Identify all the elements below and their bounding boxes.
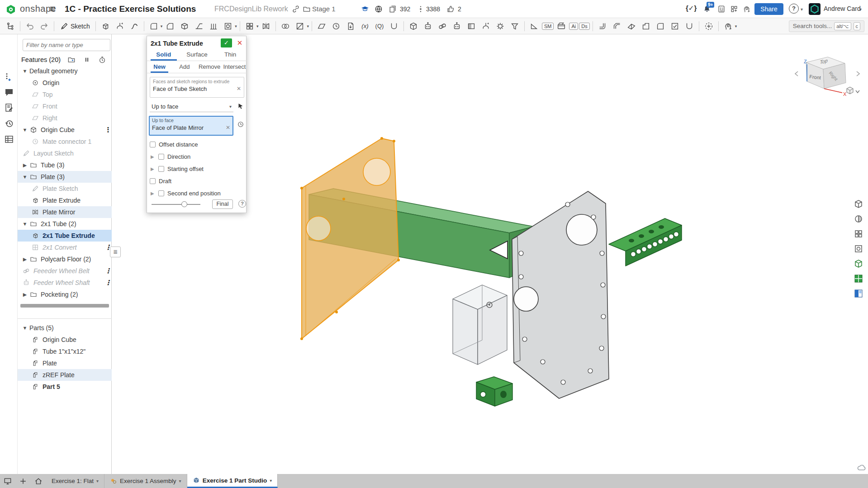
measure-icon[interactable] xyxy=(527,20,541,33)
chevron-down-icon[interactable]: ▼ xyxy=(20,325,29,331)
filter-feature-icon[interactable] xyxy=(508,20,522,33)
split-icon[interactable] xyxy=(293,20,307,33)
op-add[interactable]: Add xyxy=(172,61,197,73)
history-slider-track[interactable] xyxy=(152,204,200,205)
chevron-right-icon[interactable]: ▶ xyxy=(20,162,29,168)
hole-icon[interactable] xyxy=(221,20,235,33)
overflow-menu-icon[interactable]: ⋮ xyxy=(104,126,112,134)
tab-menu-caret-icon[interactable]: ▾ xyxy=(96,479,99,483)
view-options-cube-icon[interactable] xyxy=(847,87,859,94)
feature-layout-sketch[interactable]: Layout Sketch xyxy=(18,147,112,159)
chevron-right-icon[interactable]: ▶ xyxy=(20,256,29,262)
chevron-right-icon[interactable]: ▶ xyxy=(20,292,29,298)
search-tools-button[interactable]: Search tools... alt/⌥ c xyxy=(789,20,864,32)
feature-plate-sketch[interactable]: Plate Sketch xyxy=(18,183,112,194)
drawings-chip[interactable]: Ds xyxy=(579,23,589,30)
folder-tube[interactable]: ▶Tube (3) xyxy=(18,159,112,171)
history-slider-handle[interactable] xyxy=(181,201,187,207)
finish-sketch-icon[interactable] xyxy=(668,20,682,33)
regeneration-time-icon[interactable] xyxy=(98,55,107,64)
feature-plate-mirror[interactable]: Plate Mirror xyxy=(18,206,112,218)
tab-feature-icon[interactable] xyxy=(639,20,653,33)
tab-menu-caret-icon[interactable]: ▾ xyxy=(179,479,181,483)
corner-break-icon[interactable] xyxy=(654,20,667,33)
revolve-icon[interactable] xyxy=(113,20,127,33)
tab-exercise-1-part-studio[interactable]: Exercise 1 Part Studio ▾ xyxy=(187,474,278,488)
feature-feeder-wheel-shaft[interactable]: Feeder Wheel Shaft⋮ xyxy=(18,277,112,289)
hole-caret-icon[interactable]: ▾ xyxy=(235,24,237,28)
new-tab-button[interactable] xyxy=(15,474,31,488)
new-folder-icon[interactable] xyxy=(67,55,76,64)
final-button[interactable]: Final xyxy=(212,199,233,209)
part-zref-plate[interactable]: zREF Plate xyxy=(18,369,112,381)
part-5[interactable]: Part 5 xyxy=(18,381,112,393)
section-view-icon[interactable] xyxy=(852,213,865,225)
toggle-feature-list-icon[interactable] xyxy=(4,20,17,33)
filter-input[interactable] xyxy=(23,39,110,51)
show-green-parts-icon[interactable] xyxy=(852,272,865,285)
regions-selection-field[interactable]: Faces and sketch regions to extrude Face… xyxy=(150,77,244,98)
feature-default-geometry[interactable]: ▼Default geometry xyxy=(18,65,112,77)
workspace-folder-label[interactable]: Stage 1 xyxy=(312,5,336,13)
variable-studio-icon[interactable]: (Q) xyxy=(373,20,386,33)
panel-resize-handle[interactable]: ≣ xyxy=(110,246,121,257)
graphics-settings-icon[interactable] xyxy=(0,474,15,488)
sketch-button[interactable]: Sketch xyxy=(57,20,93,33)
expand-chevron-icon[interactable]: ▶ xyxy=(151,191,155,196)
direction-option[interactable]: ▶ Direction xyxy=(150,151,244,162)
feature-plate-extrude[interactable]: Plate Extrude xyxy=(18,194,112,206)
overflow-menu-icon[interactable]: ⋮ xyxy=(104,267,112,275)
like-icon[interactable] xyxy=(446,5,455,14)
import-derived-icon[interactable] xyxy=(344,20,357,33)
mirror-icon[interactable] xyxy=(259,20,273,33)
tab-menu-caret-icon[interactable]: ▾ xyxy=(270,478,272,483)
document-notes-icon[interactable] xyxy=(4,102,14,113)
help-button[interactable]: ? xyxy=(789,4,799,14)
isometric-view-icon[interactable] xyxy=(852,198,865,210)
fillet-icon[interactable] xyxy=(147,20,161,33)
dialog-confirm-button[interactable]: ✓ xyxy=(221,38,232,47)
variable-icon[interactable]: (x) xyxy=(358,20,372,33)
help-caret-icon[interactable]: ▾ xyxy=(801,7,803,12)
draft-option[interactable]: Draft xyxy=(150,175,244,186)
named-views-icon[interactable] xyxy=(852,227,865,240)
dialog-help-icon[interactable]: ? xyxy=(238,200,246,208)
versions-history-icon[interactable] xyxy=(4,118,14,129)
direction-checkbox[interactable] xyxy=(158,154,164,160)
custom-features-caret-icon[interactable]: ▾ xyxy=(735,24,737,28)
clear-selection-icon[interactable]: ✕ xyxy=(226,124,230,131)
op-remove[interactable]: Remove xyxy=(197,61,222,73)
feature-top-plane[interactable]: Top xyxy=(18,89,112,100)
extrude-icon[interactable] xyxy=(99,20,112,33)
expand-chevron-icon[interactable]: ▶ xyxy=(151,166,155,171)
undo-icon[interactable] xyxy=(23,20,37,33)
draft-checkbox[interactable] xyxy=(150,178,156,184)
copies-icon[interactable] xyxy=(388,5,397,14)
tab-exercise-1-flat[interactable]: Exercise 1: Flat ▾ xyxy=(46,474,104,488)
sheet-metal-chip[interactable]: SM xyxy=(542,23,554,30)
split-caret-icon[interactable]: ▾ xyxy=(307,24,309,28)
appearance-icon[interactable] xyxy=(465,20,478,33)
expand-chevron-icon[interactable]: ▶ xyxy=(151,154,155,159)
user-avatar[interactable] xyxy=(809,3,821,15)
pick-entity-cursor-icon[interactable] xyxy=(237,102,245,110)
folder-plate[interactable]: ▼Plate (3) xyxy=(18,171,112,183)
learning-center-icon[interactable] xyxy=(742,5,751,14)
feature-2x1-convert[interactable]: 2x1 Convert⋮ xyxy=(18,242,112,253)
linear-pattern-icon[interactable] xyxy=(243,20,256,33)
custom-feature-robot-icon[interactable] xyxy=(421,20,435,33)
feature-front-plane[interactable]: Front xyxy=(18,100,112,112)
feature-feeder-wheel-belt[interactable]: Feeeder Wheel Belt⋮ xyxy=(18,265,112,277)
part-tube[interactable]: Tube 1"x1"x12" xyxy=(18,346,112,357)
boolean-icon[interactable] xyxy=(279,20,292,33)
comments-icon[interactable] xyxy=(4,87,14,98)
symmetry-icon[interactable] xyxy=(479,20,493,33)
tasks-checklist-icon[interactable] xyxy=(717,5,726,14)
model-viewport[interactable]: Top Front Right Z X xyxy=(0,0,868,488)
hide-others-icon[interactable] xyxy=(852,257,865,270)
pocketed-tube[interactable] xyxy=(609,218,682,266)
mate-connector-picker-icon[interactable] xyxy=(237,120,245,128)
end-condition-select[interactable]: Up to face ▾ xyxy=(150,101,233,112)
tab-surface[interactable]: Surface xyxy=(180,49,214,61)
pattern-caret-icon[interactable]: ▾ xyxy=(256,24,259,28)
